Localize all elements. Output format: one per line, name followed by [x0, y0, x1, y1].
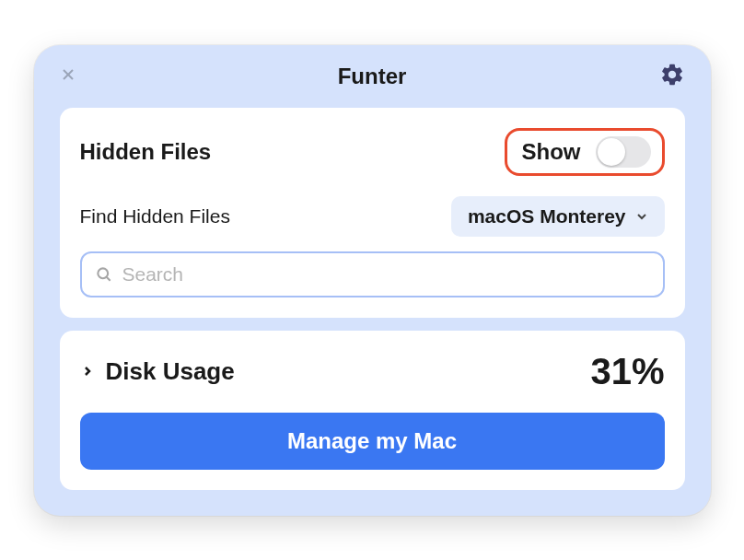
manage-my-mac-button[interactable]: Manage my Mac [80, 413, 665, 470]
search-icon [95, 265, 113, 284]
disk-usage-panel: Disk Usage 31% Manage my Mac [60, 331, 685, 490]
gear-icon [659, 62, 685, 91]
settings-button[interactable] [657, 62, 687, 91]
volume-dropdown-label: macOS Monterey [468, 205, 626, 228]
hidden-files-row: Hidden Files Show [80, 128, 665, 176]
show-hidden-files-toggle[interactable] [596, 136, 651, 168]
chevron-right-icon [80, 364, 95, 379]
show-toggle-highlight: Show [505, 128, 665, 176]
disk-usage-percent: 31% [590, 351, 664, 392]
hidden-files-panel: Hidden Files Show Find Hidden Files macO… [60, 108, 685, 318]
volume-dropdown[interactable]: macOS Monterey [451, 196, 665, 237]
titlebar: Funter [34, 45, 711, 108]
find-hidden-files-label: Find Hidden Files [80, 205, 230, 228]
disk-usage-expand[interactable]: Disk Usage [80, 357, 235, 386]
manage-button-label: Manage my Mac [287, 428, 457, 454]
search-input[interactable] [122, 263, 650, 286]
toggle-knob [598, 138, 625, 166]
svg-line-3 [106, 276, 110, 280]
search-box[interactable] [80, 251, 665, 298]
find-hidden-files-row: Find Hidden Files macOS Monterey [80, 196, 665, 237]
disk-usage-row: Disk Usage 31% [80, 351, 665, 392]
app-title: Funter [338, 64, 407, 89]
svg-point-2 [98, 268, 108, 278]
close-button[interactable] [58, 66, 78, 87]
close-icon [61, 67, 76, 86]
show-label: Show [522, 139, 581, 165]
disk-usage-label: Disk Usage [106, 357, 235, 386]
hidden-files-label: Hidden Files [80, 139, 212, 165]
chevron-down-icon [635, 210, 648, 223]
app-window: Funter Hidden Files Show Find Hidden Fil… [34, 45, 711, 516]
